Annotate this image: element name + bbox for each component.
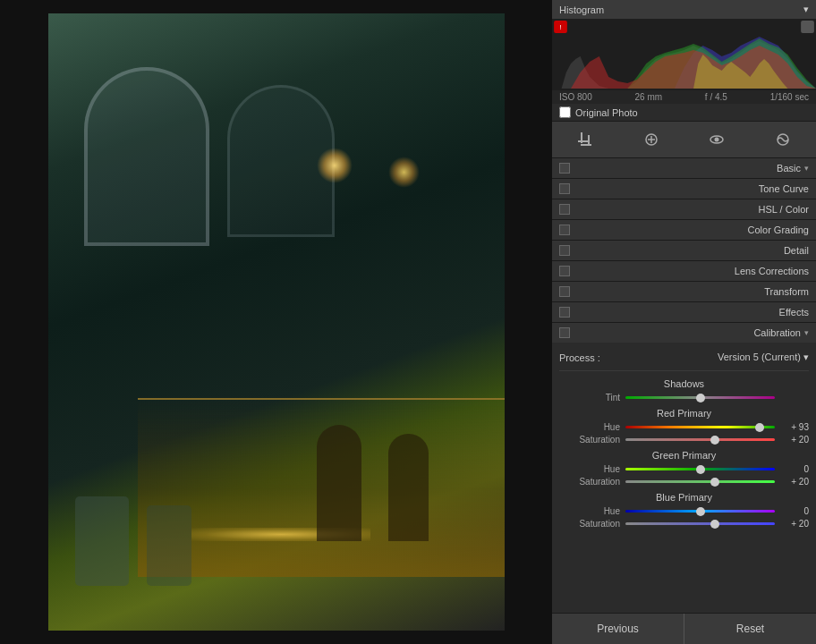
panel-header-basic[interactable]: Basic ▾ [552,158,816,178]
panel-header-effects[interactable]: Effects [552,302,816,322]
process-row: Process : Version 5 (Current) ▾ [559,348,809,371]
red-hue-value: + 93 [780,422,809,432]
photo-canvas [48,13,505,631]
panel-header-lens[interactable]: Lens Corrections [552,261,816,281]
panel-label-tone-curve: Tone Curve [575,183,809,194]
panel-label-detail: Detail [575,245,809,256]
panel-section-transform: Transform [552,282,816,302]
panel-arrow-calibration: ▾ [804,328,809,337]
svg-text:!: ! [559,23,561,31]
blue-sat-thumb[interactable] [710,520,719,529]
previous-button[interactable]: Previous [552,614,684,644]
svg-point-11 [715,138,719,142]
red-sat-thumb[interactable] [710,436,719,445]
svg-rect-2 [801,21,814,33]
svg-rect-4 [578,140,589,142]
blue-hue-row: Hue 0 [559,506,809,516]
blue-hue-label: Hue [559,506,620,516]
green-sat-thumb[interactable] [710,478,719,487]
green-sat-row: Saturation + 20 [559,477,809,487]
right-panel: Histogram ▾ ! ISO 800 2 [552,0,816,644]
histogram-section: Histogram ▾ ! ISO 800 2 [552,0,816,122]
panel-label-effects: Effects [575,307,809,318]
redeye-tool-icon[interactable] [704,127,729,152]
panel-section-basic: Basic ▾ [552,158,816,179]
heal-tool-icon[interactable] [639,127,664,152]
blue-sat-label: Saturation [559,519,620,529]
panel-header-hsl[interactable]: HSL / Color [552,199,816,219]
red-hue-row: Hue + 93 [559,422,809,432]
calibration-header[interactable]: Calibration ▾ [552,323,816,343]
blue-hue-track[interactable] [625,510,775,513]
panel-label-color-grading: Color Grading [575,225,809,235]
green-primary-label: Green Primary [559,450,809,461]
original-photo-label: Original Photo [575,107,638,118]
shutter-value: 1/160 sec [770,92,809,102]
panel-section-detail: Detail [552,241,816,261]
calibration-section: Calibration ▾ Process : Version 5 (Curre… [552,323,816,537]
red-hue-track[interactable] [625,426,775,428]
histogram-header[interactable]: Histogram ▾ [552,0,816,19]
histogram-info: ISO 800 26 mm f / 4.5 1/160 sec [552,90,816,104]
green-hue-label: Hue [559,464,620,474]
panel-toggle-lens [559,266,570,276]
tint-label: Tint [559,393,620,402]
red-sat-row: Saturation + 20 [559,435,809,445]
green-hue-thumb[interactable] [696,465,705,474]
panel-label-lens: Lens Corrections [575,266,809,276]
green-sat-track[interactable] [625,480,775,483]
focal-value: 26 mm [634,92,662,102]
tint-slider-track[interactable] [625,396,775,399]
panel-section-tone-curve: Tone Curve [552,179,816,199]
green-hue-value: 0 [780,464,809,474]
process-label: Process : [559,352,600,363]
panel-toggle-calibration [559,327,570,338]
panels-scroll[interactable]: Basic ▾ Tone Curve HSL / Color Color Gra… [552,158,816,613]
panel-header-transform[interactable]: Transform [552,282,816,301]
panel-label-transform: Transform [575,286,809,297]
green-sat-label: Saturation [559,477,620,487]
histogram-arrow: ▾ [803,4,809,15]
blue-sat-value: + 20 [780,519,809,529]
iso-value: ISO 800 [559,92,592,102]
panel-arrow-basic: ▾ [804,164,809,173]
panel-header-detail[interactable]: Detail [552,241,816,260]
blue-sat-track[interactable] [625,522,775,525]
panel-label-hsl: HSL / Color [575,204,809,215]
shadows-section-label: Shadows [559,378,809,389]
blue-sat-row: Saturation + 20 [559,519,809,529]
red-hue-thumb[interactable] [755,423,764,432]
blue-primary-label: Blue Primary [559,492,809,503]
panel-header-tone-curve[interactable]: Tone Curve [552,179,816,199]
panel-toggle-effects [559,307,570,318]
histogram-title: Histogram [559,4,604,15]
red-hue-label: Hue [559,422,620,432]
green-sat-value: + 20 [780,477,809,487]
panel-section-color-grading: Color Grading [552,220,816,241]
red-primary-label: Red Primary [559,408,809,419]
panel-toggle-hsl [559,204,570,215]
svg-rect-6 [581,144,591,146]
tint-slider-thumb[interactable] [696,394,705,402]
process-value[interactable]: Version 5 (Current) ▾ [718,352,809,363]
tool-icons-row [552,122,816,158]
panel-header-color-grading[interactable]: Color Grading [552,220,816,240]
blue-hue-thumb[interactable] [696,507,705,516]
red-sat-value: + 20 [780,435,809,445]
panel-toggle-detail [559,245,570,256]
filter-tool-icon[interactable] [770,127,795,152]
reset-button[interactable]: Reset [684,614,816,644]
aperture-value: f / 4.5 [705,92,727,102]
original-photo-checkbox[interactable] [559,106,571,118]
blue-hue-value: 0 [780,506,809,516]
panel-toggle-color-grading [559,225,570,235]
panel-toggle-tone-curve [559,183,570,194]
green-hue-track[interactable] [625,468,775,470]
red-sat-label: Saturation [559,435,620,445]
photo-area [0,0,552,644]
histogram-canvas: ! [552,19,816,90]
green-hue-row: Hue 0 [559,464,809,474]
crop-tool-icon[interactable] [573,127,598,152]
original-photo-row: Original Photo [552,104,816,121]
red-sat-track[interactable] [625,438,775,441]
